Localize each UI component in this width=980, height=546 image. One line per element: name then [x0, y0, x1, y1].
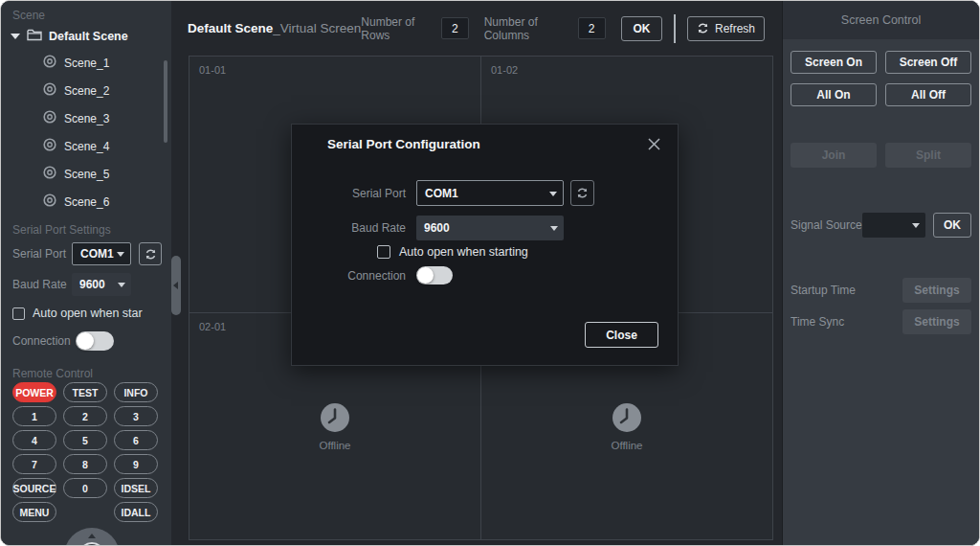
signal-source-select[interactable] [862, 213, 925, 238]
scene-icon [43, 55, 56, 71]
offline-status: Offline [319, 401, 351, 451]
dialog-auto-open-row: Auto open when starting [292, 245, 678, 259]
baud-rate-value: 9600 [79, 278, 105, 291]
serial-refresh-button[interactable] [139, 242, 162, 265]
main-header: Default Scene_Virtual Screen Number of R… [171, 1, 782, 56]
dialog-close-button[interactable]: Close [585, 322, 658, 348]
refresh-button[interactable]: Refresh [687, 16, 765, 41]
remote-key-idsel[interactable]: IDSEL [114, 478, 158, 498]
sidebar-connection-row: Connection [1, 327, 171, 355]
remote-key-source[interactable]: SOURCE [12, 478, 56, 498]
dialog-baud-rate-select[interactable]: 9600 [416, 216, 564, 240]
startup-time-settings-button[interactable]: Settings [902, 278, 971, 303]
remote-key-5[interactable]: 5 [63, 430, 107, 450]
remote-key-8[interactable]: 8 [63, 454, 107, 474]
scene-icon [43, 138, 56, 154]
remote-keypad: POWER TEST INFO 1 2 3 4 5 6 7 8 9 SOURCE… [1, 378, 171, 522]
remote-key-2[interactable]: 2 [63, 406, 107, 426]
time-sync-label: Time Sync [791, 315, 902, 329]
startup-time-label: Startup Time [791, 284, 902, 297]
scene-item-4[interactable]: Scene_4 [1, 132, 171, 160]
rows-label: Number of Rows [361, 15, 433, 42]
scene-item-1[interactable]: Scene_1 [1, 49, 171, 77]
remote-key-9[interactable]: 9 [114, 454, 158, 474]
dialog-refresh-button[interactable] [570, 180, 594, 206]
tree-root-default-scene[interactable]: Default Scene [1, 24, 171, 49]
scene-icon [43, 110, 56, 126]
baud-rate-label: Baud Rate [292, 221, 416, 235]
screen-off-button[interactable]: Screen Off [885, 51, 971, 74]
scene-icon [43, 82, 56, 99]
dialog-serial-port-select[interactable]: COM1 [416, 180, 564, 206]
remote-key-4[interactable]: 4 [12, 430, 56, 450]
remote-key-0[interactable]: 0 [63, 478, 107, 498]
sidebar-collapse-handle[interactable] [171, 256, 181, 315]
screen-control-body: Screen On Screen Off All On All Off Join… [783, 39, 979, 334]
baud-rate-select[interactable]: 9600 [72, 273, 131, 296]
refresh-icon [576, 187, 589, 199]
offline-clock-icon [319, 401, 351, 434]
cell-id-label: 01-02 [491, 64, 518, 76]
dpad-ok-button[interactable]: OK [78, 542, 105, 546]
scene-item-3[interactable]: Scene_3 [1, 104, 171, 132]
cell-id-label: 01-01 [199, 64, 226, 76]
serial-port-value: COM1 [80, 247, 114, 261]
split-button[interactable]: Split [885, 143, 971, 168]
remote-key-idall[interactable]: IDALL [114, 502, 158, 522]
serial-port-value: COM1 [425, 187, 458, 200]
baud-rate-label: Baud Rate [12, 278, 72, 291]
all-on-button[interactable]: All On [791, 83, 877, 106]
auto-open-label: Auto open when star [33, 307, 143, 320]
serial-port-select[interactable]: COM1 [72, 242, 131, 265]
title-scene-name: Default Scene [188, 21, 273, 35]
auto-open-label: Auto open when starting [399, 245, 528, 259]
all-off-button[interactable]: All Off [885, 83, 971, 106]
dialog-connection-row: Connection [292, 266, 678, 284]
connection-label: Connection [12, 334, 76, 348]
screen-on-button[interactable]: Screen On [791, 51, 877, 74]
auto-open-checkbox[interactable] [12, 307, 25, 320]
dialog-baud-rate-row: Baud Rate 9600 [292, 216, 678, 240]
offline-label: Offline [319, 440, 350, 451]
dpad-up-button[interactable] [88, 534, 96, 538]
remote-control-header: Remote Control [1, 355, 171, 378]
time-sync-row: Time Sync Settings [791, 309, 971, 334]
scene-section-header: Scene [1, 1, 171, 24]
header-divider [674, 14, 676, 43]
remote-key-menu[interactable]: MENU [12, 502, 56, 522]
dialog-connection-toggle[interactable] [416, 266, 453, 284]
close-icon[interactable] [645, 135, 662, 152]
chevron-down-icon [549, 192, 557, 196]
grid-ok-button[interactable]: OK [621, 16, 663, 41]
scene-item-label: Scene_5 [64, 168, 109, 181]
scene-item-6[interactable]: Scene_6 [1, 188, 171, 216]
signal-source-ok-button[interactable]: OK [933, 213, 971, 238]
remote-key-7[interactable]: 7 [12, 454, 56, 474]
grid-config-group: Number of Rows 2 Number of Columns 2 OK … [361, 14, 765, 43]
scene-icon [43, 166, 56, 182]
scene-item-label: Scene_2 [64, 84, 109, 98]
tree-expand-icon[interactable] [11, 34, 20, 39]
columns-input[interactable]: 2 [578, 17, 606, 39]
remote-key-test[interactable]: TEST [63, 382, 107, 402]
remote-key-power[interactable]: POWER [12, 382, 56, 402]
refresh-icon [145, 248, 157, 261]
scene-scrollbar[interactable] [164, 60, 167, 143]
app-window: Scene Default Scene Scene_1 Scene_2 Scen… [0, 0, 980, 546]
dialog-auto-open-checkbox[interactable] [377, 245, 390, 259]
remote-key-3[interactable]: 3 [114, 406, 158, 426]
scene-item-2[interactable]: Scene_2 [1, 77, 171, 104]
connection-toggle[interactable] [76, 331, 114, 351]
chevron-down-icon [550, 226, 558, 231]
title-suffix: _Virtual Screen [273, 21, 361, 35]
scene-item-5[interactable]: Scene_5 [1, 160, 171, 188]
join-button[interactable]: Join [791, 143, 877, 168]
remote-key-6[interactable]: 6 [114, 430, 158, 450]
rows-input[interactable]: 2 [441, 17, 469, 39]
time-sync-settings-button[interactable]: Settings [902, 309, 971, 334]
remote-key-1[interactable]: 1 [12, 406, 56, 426]
dialog-title: Serial Port Configuration [327, 137, 480, 151]
remote-key-info[interactable]: INFO [114, 382, 158, 402]
chevron-down-icon [117, 252, 124, 257]
scene-item-label: Scene_1 [64, 57, 109, 70]
